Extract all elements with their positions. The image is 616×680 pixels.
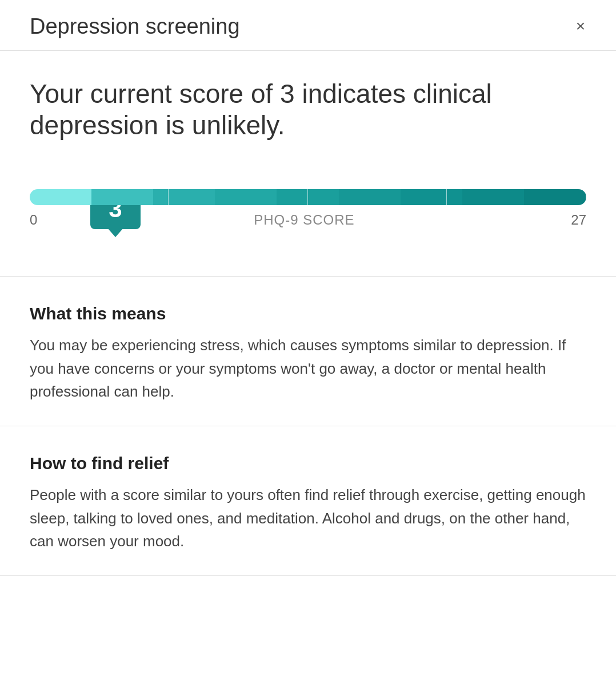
depression-screening-modal: Depression screening × Your current scor… [0,0,616,680]
score-section: Your current score of 3 indicates clinic… [0,51,616,277]
gauge-min-label: 0 [30,212,37,228]
gauge-bar-track [30,189,586,205]
gauge-container: 3 0 PHQ-9 SCORE 27 [30,189,586,251]
what-this-means-title: What this means [30,304,586,323]
gauge-bar-wrapper: 0 PHQ-9 SCORE 27 [30,189,586,228]
score-headline: Your current score of 3 indicates clinic… [30,78,544,141]
gauge-center-label: PHQ-9 SCORE [254,212,354,228]
how-to-find-relief-section: How to find relief People with a score s… [0,426,616,576]
gauge-labels: 0 PHQ-9 SCORE 27 [30,212,586,228]
what-this-means-section: What this means You may be experiencing … [0,277,616,426]
close-button[interactable]: × [568,14,593,39]
how-to-find-relief-title: How to find relief [30,454,586,473]
gauge-max-label: 27 [571,212,586,228]
what-this-means-body: You may be experiencing stress, which ca… [30,334,586,403]
modal-title: Depression screening [30,14,240,39]
how-to-find-relief-body: People with a score similar to yours oft… [30,483,586,553]
modal-header: Depression screening × [0,0,616,51]
